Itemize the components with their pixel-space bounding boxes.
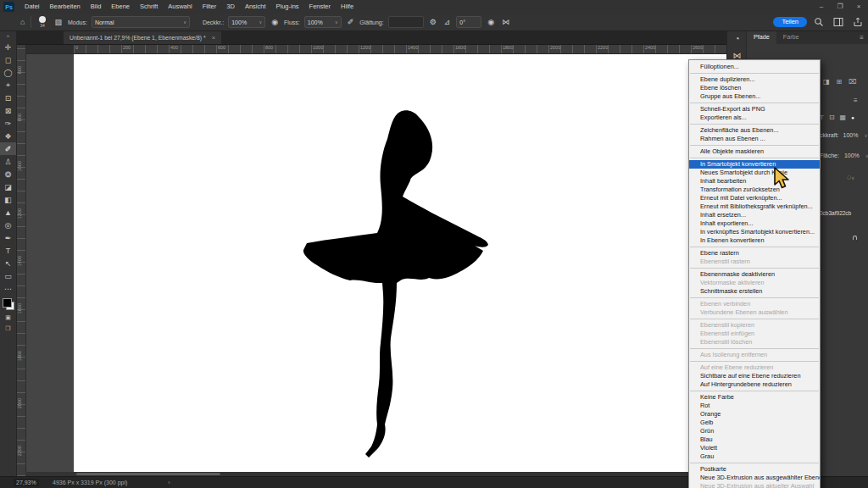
ctx-zeichenfläche-aus-ebenen[interactable]: Zeichenfläche aus Ebenen... bbox=[689, 126, 820, 135]
menu-item-hilfe[interactable]: Hilfe bbox=[336, 0, 359, 14]
ctx-ebenenmaske-deaktivieren[interactable]: Ebenenmaske deaktivieren bbox=[689, 270, 820, 279]
ctx-keine-farbe[interactable]: Keine Farbe bbox=[689, 393, 820, 402]
ctx-erneut-mit-datei-verknüpfen[interactable]: Erneut mit Datei verknüpfen... bbox=[689, 194, 820, 202]
menu-item-auswahl[interactable]: Auswahl bbox=[163, 0, 197, 14]
ctx-auf-hintergrundebene-reduzieren[interactable]: Auf Hintergrundebene reduzieren bbox=[689, 380, 820, 389]
opacity-row[interactable]: ckkraft: 100% ∨ bbox=[820, 132, 867, 138]
quick-mask-icon[interactable]: ▣ bbox=[0, 314, 16, 321]
fill-row[interactable]: Fläche: 100% ∨ bbox=[820, 152, 868, 158]
ctx-in-smartobjekt-konvertieren[interactable]: In Smartobjekt konvertieren bbox=[689, 160, 820, 169]
ctx-ebene-duplizieren[interactable]: Ebene duplizieren... bbox=[689, 75, 820, 84]
symmetry-icon[interactable]: ⋈ bbox=[500, 18, 511, 26]
healing-brush-tool[interactable]: ❖ bbox=[0, 130, 16, 142]
layer-filter-icons[interactable]: T⊡▦● bbox=[820, 114, 860, 121]
ctx-transformation-zurücksetzen[interactable]: Transformation zurücksetzen bbox=[689, 186, 820, 194]
ctx-inhalt-exportieren[interactable]: Inhalt exportieren... bbox=[689, 219, 820, 228]
ctx-neues-smartobjekt-durch-kopie[interactable]: Neues Smartobjekt durch Kopie bbox=[689, 169, 820, 177]
menu-item-filter[interactable]: Filter bbox=[198, 0, 222, 14]
history-brush-tool[interactable]: ❂ bbox=[0, 168, 16, 180]
ctx-rot[interactable]: Rot bbox=[689, 402, 820, 410]
tab-pfade[interactable]: Pfade bbox=[747, 30, 776, 44]
history-icon[interactable]: ◔ bbox=[727, 30, 747, 47]
adjustment-icons[interactable]: ◨⊞⌧ bbox=[823, 78, 863, 86]
home-icon[interactable]: ⌂ bbox=[19, 18, 26, 26]
pick-a-filter-icon[interactable]: ◌∨ bbox=[847, 173, 854, 181]
document-tab[interactable]: Unbenannt-1 bei 27,9% (Ebene 1, Ebenenma… bbox=[64, 30, 221, 44]
brush-tool[interactable]: ✐ bbox=[0, 142, 16, 155]
move-tool[interactable]: ✛ bbox=[0, 41, 16, 53]
ctx-orange[interactable]: Orange bbox=[689, 410, 820, 419]
eraser-tool[interactable]: ◪ bbox=[0, 180, 16, 193]
menu-item-bild[interactable]: Bild bbox=[86, 0, 107, 14]
menu-item-plug-ins[interactable]: Plug-ins bbox=[271, 0, 304, 14]
object-selection-tool[interactable]: ⌖ bbox=[0, 79, 16, 92]
opacity-select[interactable]: 100% ∨ bbox=[228, 16, 265, 28]
clone-stamp-tool[interactable]: ♙ bbox=[0, 155, 16, 168]
toolbar-collapse-icon[interactable]: » bbox=[0, 30, 16, 41]
brush-preset-picker[interactable]: 34 bbox=[36, 16, 48, 28]
menu-item-bearbeiten[interactable]: Bearbeiten bbox=[45, 0, 86, 14]
smoothing-input[interactable] bbox=[388, 16, 424, 28]
pressure-size-icon[interactable]: ◉ bbox=[486, 18, 496, 26]
teilen-button[interactable]: Teilen bbox=[773, 17, 807, 27]
menu-item-datei[interactable]: Datei bbox=[19, 0, 45, 14]
flow-select[interactable]: 100% ∨ bbox=[304, 16, 342, 28]
ctx-erneut-mit-bibliotheksgrafik-verknüpfen[interactable]: Erneut mit Bibliotheksgrafik verknüpfen.… bbox=[689, 202, 820, 211]
ctx-exportieren-als[interactable]: Exportieren als... bbox=[689, 114, 820, 122]
ctx-violett[interactable]: Violett bbox=[689, 444, 820, 452]
pressure-opacity-icon[interactable]: ◉ bbox=[270, 18, 280, 26]
dodge-tool[interactable]: ◎ bbox=[0, 219, 16, 231]
ctx-inhalt-bearbeiten[interactable]: Inhalt bearbeiten bbox=[689, 177, 820, 186]
rectangle-tool[interactable]: ▭ bbox=[0, 269, 16, 282]
ctx-grün[interactable]: Grün bbox=[689, 427, 820, 435]
blend-mode-select[interactable]: Normal ∨ bbox=[92, 16, 190, 28]
gradient-tool[interactable]: ◧ bbox=[0, 193, 16, 206]
menu-item-fenster[interactable]: Fenster bbox=[304, 0, 336, 14]
ctx-postkarte[interactable]: Postkarte bbox=[689, 465, 820, 474]
tab-close-icon[interactable]: × bbox=[212, 34, 216, 42]
ctx-in-verknüpftes-smartobjekt-konvertieren[interactable]: In verknüpftes Smartobjekt konvertieren.… bbox=[689, 228, 820, 236]
frame-tool[interactable]: ⊠ bbox=[0, 104, 16, 117]
color-swatches[interactable] bbox=[3, 298, 14, 310]
ctx-grau[interactable]: Grau bbox=[689, 452, 820, 461]
ctx-ebene-löschen[interactable]: Ebene löschen bbox=[689, 84, 820, 92]
search-icon[interactable] bbox=[814, 17, 824, 27]
ctx-alle-objekte-maskieren[interactable]: Alle Objekte maskieren bbox=[689, 147, 820, 156]
status-chevron-icon[interactable]: › bbox=[168, 479, 170, 486]
workspace-icon[interactable] bbox=[833, 17, 843, 27]
ctx-in-ebenen-konvertieren[interactable]: In Ebenen konvertieren bbox=[689, 236, 820, 245]
lasso-tool[interactable]: ◯ bbox=[0, 66, 16, 79]
airbrush-icon[interactable]: ✐ bbox=[346, 18, 356, 26]
foreground-color-swatch[interactable] bbox=[3, 298, 12, 308]
panel-menu-icon[interactable]: ≡ bbox=[860, 34, 868, 42]
gear-icon[interactable]: ⚙ bbox=[428, 18, 438, 26]
menu-item-ansicht[interactable]: Ansicht bbox=[240, 0, 271, 14]
path-selection-tool[interactable]: ↖ bbox=[0, 257, 16, 269]
pen-tool[interactable]: ✒ bbox=[0, 231, 16, 244]
minimize-icon[interactable]: – bbox=[812, 0, 831, 14]
ctx-gelb[interactable]: Gelb bbox=[689, 419, 820, 427]
ctx-sichtbare-auf-eine-ebene-reduzieren[interactable]: Sichtbare auf eine Ebene reduzieren bbox=[689, 372, 820, 380]
eyedropper-tool[interactable]: ✑ bbox=[0, 117, 16, 130]
ctx-ebene-rastern[interactable]: Ebene rastern bbox=[689, 249, 820, 258]
panel-menu-icon[interactable]: ≡ bbox=[854, 97, 858, 104]
ctx-neue-3d-extrusion-aus-ausgewählter-ebene[interactable]: Neue 3D-Extrusion aus ausgewählter Ebene bbox=[689, 474, 820, 482]
crop-tool[interactable]: ⊡ bbox=[0, 92, 16, 104]
ctx-blau[interactable]: Blau bbox=[689, 435, 820, 444]
brush-angle-input[interactable]: 0° bbox=[456, 16, 481, 28]
zoom-level-input[interactable]: 27,93% bbox=[14, 479, 39, 486]
more-tools[interactable]: ⋯ bbox=[0, 282, 16, 295]
blur-tool[interactable]: ▲ bbox=[0, 206, 16, 219]
ctx-gruppe-aus-ebenen[interactable]: Gruppe aus Ebenen... bbox=[689, 92, 820, 101]
menu-item-3d[interactable]: 3D bbox=[221, 0, 240, 14]
type-tool[interactable]: T bbox=[0, 244, 16, 257]
restore-icon[interactable]: ❐ bbox=[831, 0, 849, 14]
ctx-inhalt-ersetzen[interactable]: Inhalt ersetzen... bbox=[689, 211, 820, 219]
marquee-tool[interactable]: ◻ bbox=[0, 53, 16, 66]
menu-item-ebene[interactable]: Ebene bbox=[106, 0, 135, 14]
ctx-fülloptionen[interactable]: Fülloptionen... bbox=[689, 63, 820, 71]
ctx-schnell-export-als-png[interactable]: Schnell-Export als PNG bbox=[689, 105, 820, 114]
scrollbar-thumb[interactable] bbox=[76, 473, 220, 475]
ctx-schnittmaske-erstellen[interactable]: Schnittmaske erstellen bbox=[689, 287, 820, 296]
layer-name[interactable]: 0cb3af922cb bbox=[820, 210, 851, 216]
